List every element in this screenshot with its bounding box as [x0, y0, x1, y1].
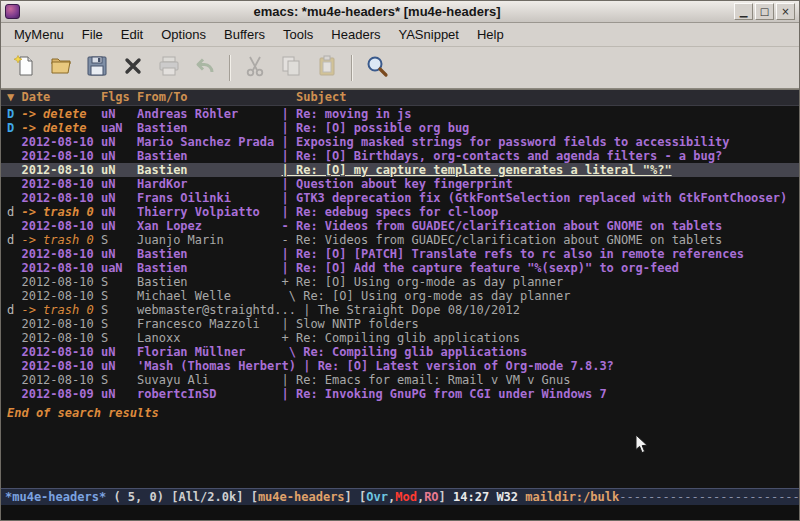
message-from: webmaster@straightd... [137, 303, 296, 317]
menu-item-tools[interactable]: Tools [274, 24, 322, 45]
mode-line: *mu4e-headers* ( 5, 0) [All/2.0k] [mu4e-… [1, 488, 799, 505]
menu-item-yasnippet[interactable]: YASnippet [389, 24, 467, 45]
message-row[interactable]: 2012-08-10SSuvayu Ali| Re: Emacs for ema… [1, 373, 799, 387]
new-file-button[interactable] [7, 51, 43, 85]
message-date: 2012-08-09 [21, 387, 100, 401]
column-date: ▼ Date [7, 90, 101, 105]
message-flags: uN [101, 359, 137, 373]
message-flags: S [101, 289, 137, 303]
message-mark: d [7, 303, 21, 317]
new-file-icon [13, 54, 37, 82]
message-mark [7, 247, 21, 261]
modeline-segment: ( 5, 0) [All/2.0k] [106, 490, 251, 504]
menu-item-headers[interactable]: Headers [322, 24, 389, 45]
modeline-segment: mu4e-headers [258, 490, 345, 504]
search-icon [365, 54, 389, 82]
message-flags: S [101, 373, 137, 387]
message-date: -> trash 0 [21, 205, 100, 219]
end-of-search-results: End of search results [1, 406, 799, 420]
minimize-button[interactable]: ▁ [734, 3, 753, 20]
window-title: emacs: *mu4e-headers* [mu4e-headers] [20, 4, 734, 19]
message-row[interactable]: 2012-08-10uNBastien| Re: [O] my capture … [1, 163, 799, 177]
message-subject: | Re: [O] possible org bug [282, 121, 470, 135]
message-mark [7, 261, 21, 275]
message-subject: - Re: Videos from GUADEC/clarification a… [282, 233, 723, 247]
open-file-icon [49, 54, 73, 82]
message-row[interactable]: 2012-08-10uN'Mash (Thomas Herbert)| Re: … [1, 359, 799, 373]
message-from: Bastien [137, 261, 274, 275]
message-flags: uN [101, 219, 137, 233]
menu-item-edit[interactable]: Edit [112, 24, 152, 45]
message-row[interactable]: d -> trash 0SJuanjo Marin- Re: Videos fr… [1, 233, 799, 247]
message-row[interactable]: 2012-08-10SFrancesco Mazzoli| Slow NNTP … [1, 317, 799, 331]
message-row[interactable]: 2012-08-10SMichael Welle \ Re: [O] Using… [1, 289, 799, 303]
message-flags: uN [101, 345, 137, 359]
message-row[interactable]: D -> deleteuNAndreas Röhler| Re: moving … [1, 107, 799, 121]
message-row[interactable]: 2012-08-10SBastien+ Re: [O] Using org-mo… [1, 275, 799, 289]
kill-buffer-button[interactable] [115, 51, 151, 85]
message-from: Juanjo Marin [137, 233, 274, 247]
message-row[interactable]: 2012-08-10uNBastien| Re: [O] Birthdays, … [1, 149, 799, 163]
message-mark [7, 275, 21, 289]
menu-item-mymenu[interactable]: MyMenu [5, 24, 73, 45]
column-from: From/To [137, 90, 281, 105]
maximize-button[interactable]: □ [755, 3, 774, 20]
message-from: Thierry Volpiatto [137, 205, 274, 219]
message-subject: \ Re: [O] Using org-mode as day planner [282, 289, 571, 303]
toolbar-separator [229, 55, 231, 81]
message-mark: D [7, 107, 21, 121]
close-button[interactable]: × [776, 3, 795, 20]
message-from: Andreas Röhler [137, 107, 274, 121]
header-line: ▼ DateFlgsFrom/ToSubject [1, 90, 799, 106]
message-flags: uN [101, 135, 137, 149]
message-row[interactable]: 2012-08-10SLanoxx+ Re: Compiling glib ap… [1, 331, 799, 345]
menu-item-help[interactable]: Help [468, 24, 513, 45]
message-row[interactable]: D -> deleteuaNBastien| Re: [O] possible … [1, 121, 799, 135]
echo-area[interactable] [1, 505, 799, 520]
menu-item-buffers[interactable]: Buffers [215, 24, 274, 45]
message-from: Bastien [137, 163, 274, 177]
message-date: 2012-08-10 [21, 177, 100, 191]
message-row[interactable]: 2012-08-10uNBastien| Re: [O] [PATCH] Tra… [1, 247, 799, 261]
window-controls: ▁□× [734, 3, 795, 20]
message-row[interactable]: 2012-08-10uNXan Lopez- Re: Videos from G… [1, 219, 799, 233]
message-from: Bastien [137, 149, 274, 163]
message-row[interactable]: 2012-08-10uNHardKor| Question about key … [1, 177, 799, 191]
message-row[interactable]: d -> trash 0uNThierry Volpiatto| Re: ede… [1, 205, 799, 219]
copy-icon [279, 54, 303, 82]
message-list: D -> deleteuNAndreas Röhler| Re: moving … [1, 106, 799, 488]
message-row[interactable]: 2012-08-10uNMario Sanchez Prada| Exposin… [1, 135, 799, 149]
message-row[interactable]: 2012-08-10uNFlorian Müllner \ Re: Compil… [1, 345, 799, 359]
modeline-segment: maildir:/bulk [525, 490, 619, 504]
save-icon [85, 54, 109, 82]
message-from: Mario Sanchez Prada [137, 135, 274, 149]
open-file-button[interactable] [43, 51, 79, 85]
modeline-segment: [ [251, 490, 258, 504]
message-row[interactable]: 2012-08-10uaNBastien| Re: [O] Add the ca… [1, 261, 799, 275]
cut-button [237, 51, 273, 85]
save-button[interactable] [79, 51, 115, 85]
message-from: Francesco Mazzoli [137, 317, 274, 331]
message-row[interactable]: d -> trash 0Swebmaster@straightd...| The… [1, 303, 799, 317]
search-button[interactable] [359, 51, 395, 85]
message-mark [7, 373, 21, 387]
message-subject: | Re: Invoking GnuPG from CGI under Wind… [282, 387, 607, 401]
message-row[interactable]: 2012-08-09uNrobertcInSD| Re: Invoking Gn… [1, 387, 799, 401]
message-date: 2012-08-10 [21, 149, 100, 163]
modeline-segment: 14:27 W32 [453, 490, 525, 504]
message-row[interactable]: 2012-08-10uNFrans Oilinki| GTK3 deprecat… [1, 191, 799, 205]
message-subject: | GTK3 deprecation fix (GtkFontSelection… [282, 191, 788, 205]
message-mark [7, 317, 21, 331]
menu-item-file[interactable]: File [73, 24, 112, 45]
message-subject: | Re: [O] Birthdays, org-contacts and ag… [282, 149, 723, 163]
message-mark [7, 191, 21, 205]
menu-bar: MyMenuFileEditOptionsBuffersToolsHeaders… [1, 23, 799, 47]
print-icon [157, 54, 181, 82]
message-mark [7, 331, 21, 345]
message-flags: S [101, 303, 137, 317]
modeline-segment: Ovr [366, 490, 388, 504]
message-subject: | Slow NNTP folders [282, 317, 419, 331]
menu-item-options[interactable]: Options [152, 24, 215, 45]
message-date: 2012-08-10 [21, 219, 100, 233]
message-flags: uN [101, 149, 137, 163]
